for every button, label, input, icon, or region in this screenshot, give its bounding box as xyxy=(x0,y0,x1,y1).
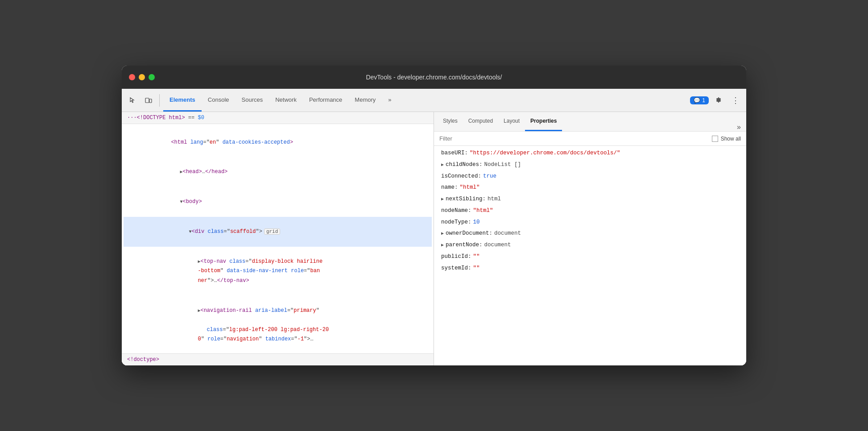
minimize-button[interactable] xyxy=(139,74,145,80)
prop-childnodes[interactable]: ▶ childNodes: NodeList [] xyxy=(438,159,743,171)
svg-rect-0 xyxy=(145,98,149,103)
tab-styles[interactable]: Styles xyxy=(438,112,463,131)
show-all-label: Show all xyxy=(721,136,741,142)
main-content: ···<!DOCTYPE html> == $0 <html lang="en"… xyxy=(122,112,746,365)
tab-console[interactable]: Console xyxy=(202,89,236,112)
close-button[interactable] xyxy=(129,74,135,80)
tab-memory[interactable]: Memory xyxy=(348,89,382,112)
settings-button[interactable] xyxy=(711,93,726,108)
svg-rect-1 xyxy=(149,99,152,103)
html-element[interactable]: <html lang="en" data-cookies-accepted> xyxy=(124,128,432,157)
scaffold-div[interactable]: ▼<div class="scaffold">grid xyxy=(124,217,432,247)
prop-ownerdocument[interactable]: ▶ ownerDocument: document xyxy=(438,228,743,240)
tab-layout[interactable]: Layout xyxy=(498,112,525,131)
titlebar: DevTools - developer.chrome.com/docs/dev… xyxy=(122,66,746,89)
doctype-label: <!doctype> xyxy=(127,356,159,363)
prop-publicid[interactable]: publicId: "" xyxy=(438,251,743,263)
panel-more-icon[interactable]: » xyxy=(735,123,743,131)
tab-sources[interactable]: Sources xyxy=(236,89,269,112)
elements-tree[interactable]: <html lang="en" data-cookies-accepted> ▶… xyxy=(122,124,434,353)
notification-count: 1 xyxy=(702,97,705,104)
tab-computed[interactable]: Computed xyxy=(463,112,498,131)
toolbar-right: 💬 1 ⋮ xyxy=(690,93,743,108)
devtools-panel: Elements Console Sources Network Perform… xyxy=(122,89,746,365)
tab-more[interactable]: » xyxy=(382,89,397,112)
prop-nextsibling[interactable]: ▶ nextSibling: html xyxy=(438,194,743,205)
breadcrumb-text: ···<!DOCTYPE html> xyxy=(127,115,185,121)
prop-isconnected[interactable]: isConnected: true xyxy=(438,171,743,182)
show-all-checkbox[interactable] xyxy=(712,136,718,142)
devtools-window: DevTools - developer.chrome.com/docs/dev… xyxy=(122,66,746,365)
properties-panel: Styles Computed Layout Properties » xyxy=(434,112,746,365)
select-element-icon[interactable] xyxy=(125,93,140,108)
maximize-button[interactable] xyxy=(149,74,155,80)
filter-bar: Show all xyxy=(434,132,746,146)
device-toggle-icon[interactable] xyxy=(141,93,156,108)
prop-systemid[interactable]: systemId: "" xyxy=(438,263,743,274)
prop-baseuri[interactable]: baseURI: "https://developer.chrome.com/d… xyxy=(438,148,743,159)
notification-badge[interactable]: 💬 1 xyxy=(690,96,709,104)
breadcrumb: ···<!DOCTYPE html> == $0 xyxy=(122,112,434,124)
properties-list: baseURI: "https://developer.chrome.com/d… xyxy=(434,146,746,365)
show-all-container: Show all xyxy=(712,136,741,142)
body-element[interactable]: ▼<body> xyxy=(124,187,432,217)
filter-input[interactable] xyxy=(439,135,708,142)
head-element[interactable]: ▶<head>…</head> xyxy=(124,157,432,187)
more-options-button[interactable]: ⋮ xyxy=(728,93,743,108)
expand-icon: ▶ xyxy=(441,241,444,249)
elements-panel: ···<!DOCTYPE html> == $0 <html lang="en"… xyxy=(122,112,434,365)
prop-nodename[interactable]: nodeName: "html" xyxy=(438,205,743,217)
prop-nodetype[interactable]: nodeType: 10 xyxy=(438,217,743,228)
window-title: DevTools - developer.chrome.com/docs/dev… xyxy=(366,74,502,81)
tab-elements[interactable]: Elements xyxy=(163,89,202,112)
tab-properties[interactable]: Properties xyxy=(525,112,562,131)
window-controls xyxy=(129,74,155,80)
top-nav-element[interactable]: ▶<top-nav class="display-block hairline … xyxy=(124,247,432,296)
prop-parentnode[interactable]: ▶ parentNode: document xyxy=(438,240,743,251)
expand-icon: ▶ xyxy=(441,229,444,238)
panel-tabs: Styles Computed Layout Properties » xyxy=(434,112,746,132)
expand-icon: ▶ xyxy=(441,161,444,169)
toolbar-separator xyxy=(159,94,160,107)
main-tabs: Elements Console Sources Network Perform… xyxy=(163,89,688,112)
navigation-rail-element[interactable]: ▶<navigation-rail aria-label="primary" c… xyxy=(124,296,432,353)
doctype-bar: <!doctype> xyxy=(122,353,434,365)
tab-network[interactable]: Network xyxy=(269,89,303,112)
main-toolbar: Elements Console Sources Network Perform… xyxy=(122,89,746,112)
tab-performance[interactable]: Performance xyxy=(303,89,348,112)
notification-icon: 💬 xyxy=(694,97,700,104)
expand-icon: ▶ xyxy=(441,195,444,203)
prop-name[interactable]: name: "html" xyxy=(438,182,743,194)
